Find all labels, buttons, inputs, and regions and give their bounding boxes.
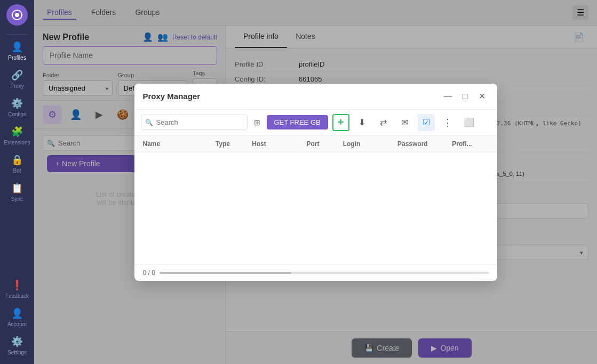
proxy-modal: Proxy Manager — □ ✕ 🔍 ⊞ GET FREE GB + ⬇ … (134, 84, 497, 281)
sidebar-item-settings-label: Settings (7, 350, 27, 355)
sidebar-item-account-label: Account (7, 321, 27, 327)
sidebar-item-proxy-label: Proxy (10, 83, 24, 89)
sidebar-divider-top (6, 34, 28, 35)
proxy-download-button[interactable]: ⬇ (354, 114, 371, 131)
proxy-scrollbar-thumb (160, 272, 291, 274)
col-host: Host (252, 140, 306, 148)
profiles-icon: 👤 (11, 41, 23, 53)
proxy-modal-header: Proxy Manager — □ ✕ (134, 84, 497, 110)
sidebar-item-feedback[interactable]: ❗ Feedback (3, 275, 31, 303)
sidebar-item-settings[interactable]: ⚙️ Settings (3, 331, 31, 360)
sidebar-item-sync-label: Sync (11, 196, 23, 202)
proxy-modal-controls: — □ ✕ (442, 90, 489, 103)
sidebar-item-profiles[interactable]: 👤 Profiles (0, 37, 34, 65)
proxy-table-body (134, 152, 497, 264)
proxy-search-wrap: 🔍 (141, 115, 248, 130)
proxy-filter-button[interactable]: ⊞ (252, 116, 262, 129)
sidebar-item-configs-label: Configs (8, 111, 26, 117)
proxy-modal-close[interactable]: ✕ (476, 90, 489, 103)
svg-point-1 (15, 13, 19, 17)
extensions-icon: 🧩 (11, 126, 23, 137)
settings-icon: ⚙️ (11, 336, 23, 347)
col-profiles: Profi... (452, 140, 488, 148)
sidebar-item-account[interactable]: 👤 Account (3, 303, 31, 331)
sidebar-item-bot-label: Bot (13, 168, 21, 174)
sidebar-item-feedback-label: Feedback (5, 293, 29, 299)
sidebar-item-configs[interactable]: ⚙️ Configs (0, 93, 34, 122)
proxy-modal-title: Proxy Manager (143, 92, 201, 101)
proxy-checkbox-button[interactable]: ☑ (418, 114, 435, 131)
proxy-empty-message (134, 152, 497, 216)
account-icon: 👤 (11, 308, 23, 319)
col-port: Port (306, 140, 343, 148)
sync-icon: 📋 (11, 182, 23, 194)
proxy-sidebar-button[interactable]: ⬜ (460, 114, 477, 131)
proxy-search-input[interactable] (141, 115, 248, 130)
sidebar-item-bot[interactable]: 🔒 Bot (0, 150, 34, 178)
configs-icon: ⚙️ (11, 98, 23, 109)
col-type: Type (216, 140, 252, 148)
main-content: Profiles Folders Groups ☰ New Profile 👤 … (34, 0, 597, 364)
col-name: Name (143, 140, 216, 148)
app-logo[interactable] (6, 4, 28, 26)
proxy-refresh-button[interactable]: ⇄ (375, 114, 392, 131)
proxy-toolbar: 🔍 ⊞ GET FREE GB + ⬇ ⇄ ✉ ☑ ⋮ ⬜ (134, 110, 497, 136)
proxy-more-button[interactable]: ⋮ (439, 114, 456, 131)
modal-overlay: Proxy Manager — □ ✕ 🔍 ⊞ GET FREE GB + ⬇ … (34, 0, 597, 364)
sidebar-item-extensions-label: Extensions (4, 140, 30, 145)
proxy-footer-scrollbar[interactable] (160, 272, 489, 274)
proxy-modal-minimize[interactable]: — (442, 90, 455, 103)
sidebar-item-sync[interactable]: 📋 Sync (0, 178, 34, 206)
sidebar-item-proxy[interactable]: 🔗 Proxy (0, 65, 34, 93)
sidebar: 👤 Profiles 🔗 Proxy ⚙️ Configs 🧩 Extensio… (0, 0, 34, 364)
sidebar-item-extensions[interactable]: 🧩 Extensions (0, 122, 34, 150)
proxy-modal-maximize[interactable]: □ (459, 90, 472, 103)
sidebar-bottom: ❗ Feedback 👤 Account ⚙️ Settings (3, 275, 31, 360)
proxy-table-header: Name Type Host Port Login Password Profi… (134, 136, 497, 152)
proxy-icon: 🔗 (11, 69, 23, 81)
bot-icon: 🔒 (11, 154, 23, 166)
proxy-add-button[interactable]: + (332, 114, 349, 131)
proxy-get-free-button[interactable]: GET FREE GB (267, 115, 328, 130)
proxy-footer: 0 / 0 (134, 264, 497, 281)
proxy-envelope-button[interactable]: ✉ (396, 114, 413, 131)
col-password: Password (397, 140, 452, 148)
col-login: Login (343, 140, 397, 148)
sidebar-item-profiles-label: Profiles (8, 55, 26, 61)
proxy-count: 0 / 0 (143, 269, 155, 277)
proxy-search-icon: 🔍 (145, 119, 153, 126)
feedback-icon: ❗ (11, 279, 23, 291)
